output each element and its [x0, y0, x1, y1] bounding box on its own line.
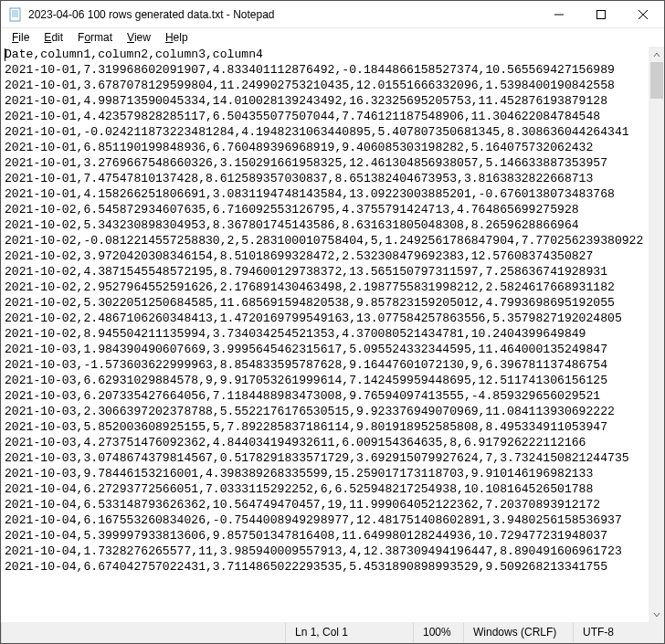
text-line: 2021-10-02,4.3871545548572195,8.79460012…: [5, 264, 645, 280]
text-line: 2021-10-04,6.27293772566051,7.0333115292…: [5, 481, 645, 497]
text-line: 2021-10-02,3.9720420308346154,8.51018699…: [5, 248, 645, 264]
text-line: 2021-10-02,5.3022051250684585,11.6856915…: [5, 295, 645, 311]
scroll-thumb[interactable]: [650, 62, 663, 99]
text-line: 2021-10-03,3.0748674379814567,0.51782918…: [5, 450, 645, 466]
text-line: 2021-10-03,-1.573603622999963,8.85483359…: [5, 357, 645, 373]
text-line: 2021-10-01,4.998713590045334,14.01002813…: [5, 93, 645, 109]
status-encoding: UTF-8: [573, 623, 664, 643]
text-line: 2021-10-02,6.545872934607635,6.716092553…: [5, 202, 645, 217]
text-line: 2021-10-01,4.158266251806691,3.083119474…: [5, 186, 645, 202]
menubar: File Edit Format View Help: [1, 28, 664, 47]
menu-view[interactable]: View: [120, 30, 158, 45]
text-line: 2021-10-04,1.7328276265577,11,3.98594000…: [5, 544, 645, 559]
content-wrap: Date,column1,column2,column3,column42021…: [1, 47, 664, 622]
text-line: Date,column1,column2,column3,column4: [5, 47, 645, 62]
text-editor[interactable]: Date,column1,column2,column3,column42021…: [1, 47, 649, 622]
text-line: 2021-10-01,-0.024211873223481284,4.19482…: [5, 124, 645, 140]
text-line: 2021-10-02,-0.0812214557258830,2,5.28310…: [5, 233, 645, 248]
menu-format[interactable]: Format: [70, 30, 120, 45]
vertical-scrollbar[interactable]: [649, 47, 664, 622]
text-line: 2021-10-01,7.47547810137428,8.6125893570…: [5, 171, 645, 186]
maximize-icon: [596, 10, 606, 19]
text-line: 2021-10-03,1.984390490607669,3.999564546…: [5, 342, 645, 357]
menu-edit[interactable]: Edit: [37, 30, 70, 45]
text-line: 2021-10-03,2.3066397202378788,5.55221761…: [5, 404, 645, 419]
status-line-ending: Windows (CRLF): [463, 623, 573, 643]
text-line: 2021-10-04,6.167553260834026,-0.75440089…: [5, 512, 645, 528]
status-zoom: 100%: [413, 623, 463, 643]
close-button[interactable]: [622, 1, 664, 28]
text-line: 2021-10-01,3.2769667548660326,3.15029166…: [5, 155, 645, 171]
text-line: 2021-10-02,2.4867106260348413,1.47201697…: [5, 311, 645, 326]
window-title: 2023-04-06 100 rows generated data.txt -…: [28, 8, 275, 21]
minimize-icon: [554, 10, 564, 19]
text-line: 2021-10-03,6.62931029884578,9,9.91705326…: [5, 373, 645, 388]
text-line: 2021-10-04,5.399997933813606,9.857501347…: [5, 528, 645, 544]
text-line: 2021-10-01,7.319968602091907,4.833401112…: [5, 62, 645, 78]
notepad-window: 2023-04-06 100 rows generated data.txt -…: [0, 0, 665, 644]
notepad-icon: [8, 7, 23, 22]
text-line: 2021-10-03,5.852003608925155,5,7.8922858…: [5, 419, 645, 435]
maximize-button[interactable]: [580, 1, 622, 28]
text-line: 2021-10-01,3.6787078129599804,11.2499027…: [5, 78, 645, 93]
menu-help[interactable]: Help: [158, 30, 195, 45]
scroll-track[interactable]: [649, 62, 664, 607]
text-line: 2021-10-04,6.533148793626362,10.56474947…: [5, 497, 645, 512]
close-icon: [639, 10, 648, 19]
menu-file[interactable]: File: [5, 30, 37, 45]
text-line: 2021-10-02,5.343230898304953,8.367801745…: [5, 217, 645, 233]
scroll-down-button[interactable]: [649, 607, 664, 622]
text-line: 2021-10-01,6.851190199848936,6.760489396…: [5, 140, 645, 155]
status-empty: [1, 623, 285, 643]
text-line: 2021-10-03,4.273751476092362,4.844034194…: [5, 435, 645, 450]
text-line: 2021-10-02,8.945504211135994,3.734034254…: [5, 326, 645, 342]
scroll-up-button[interactable]: [649, 47, 664, 62]
titlebar: 2023-04-06 100 rows generated data.txt -…: [1, 1, 664, 28]
text-line: 2021-10-04,6.674042757022431,3.711486502…: [5, 559, 645, 575]
text-line: 2021-10-01,4.423579828285117,6.504355077…: [5, 109, 645, 124]
status-position: Ln 1, Col 1: [285, 623, 413, 643]
chevron-up-icon: [653, 51, 660, 58]
chevron-down-icon: [653, 611, 660, 618]
text-line: 2021-10-03,6.207335427664056,7.118448898…: [5, 388, 645, 404]
svg-rect-6: [597, 10, 606, 18]
statusbar: Ln 1, Col 1 100% Windows (CRLF) UTF-8: [1, 622, 664, 643]
text-line: 2021-10-02,2.9527964552591626,2.17689143…: [5, 280, 645, 295]
text-line: 2021-10-03,9.78446153216001,4.3983892683…: [5, 466, 645, 481]
minimize-button[interactable]: [538, 1, 580, 28]
